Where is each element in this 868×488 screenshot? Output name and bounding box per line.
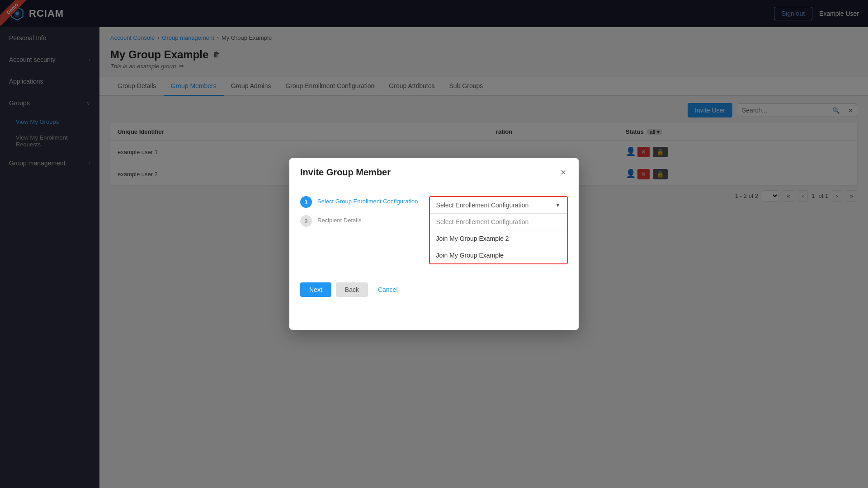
dropdown-option-placeholder[interactable]: Select Enrollement Configuration [430,214,567,230]
modal-body: 1 Select Group Enrollment Configuration … [289,185,579,275]
modal-overlay: Invite Group Member × 1 Select Group Enr… [0,0,868,488]
modal-title: Invite Group Member [300,167,391,178]
next-button[interactable]: Next [300,282,331,297]
dropdown-options: Select Enrollement Configuration Join My… [430,214,567,263]
modal-footer: Next Back Cancel [289,275,579,306]
cancel-button[interactable]: Cancel [373,282,403,297]
step-2-label: Recipient Details [317,215,362,224]
dropdown-option-2[interactable]: Join My Group Example [430,247,567,263]
dropdown-area: Select Enrollement Configuration ▼ Selec… [429,196,568,264]
step-1-label: Select Group Enrollment Configuration [317,196,418,205]
stepper: 1 Select Group Enrollment Configuration … [300,196,418,264]
modal-close-button[interactable]: × [559,167,568,178]
dropdown-header[interactable]: Select Enrollement Configuration ▼ [430,197,567,214]
dropdown-selected-text: Select Enrollement Configuration [436,202,529,209]
back-button[interactable]: Back [336,282,368,297]
step-2: 2 Recipient Details [300,215,418,227]
invite-group-member-modal: Invite Group Member × 1 Select Group Enr… [289,158,579,330]
modal-header: Invite Group Member × [289,158,579,185]
dropdown-option-1[interactable]: Join My Group Example 2 [430,230,567,247]
step-1: 1 Select Group Enrollment Configuration [300,196,418,208]
step-1-number: 1 [300,196,312,208]
enrollment-config-dropdown[interactable]: Select Enrollement Configuration ▼ Selec… [429,196,568,264]
step-2-number: 2 [300,215,312,227]
dropdown-arrow-icon: ▼ [555,202,561,208]
